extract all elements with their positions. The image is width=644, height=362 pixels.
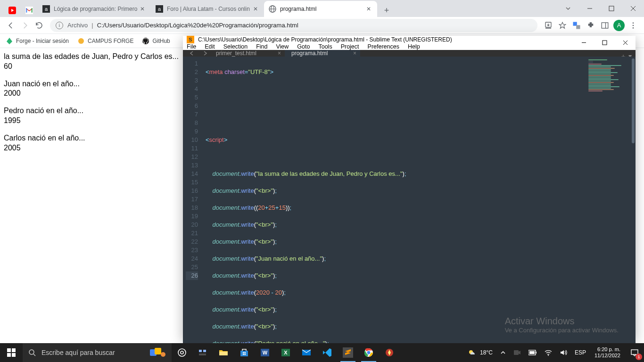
store-icon[interactable] — [234, 343, 255, 362]
sublime-title-text: C:\Users\Usuario\Desktop\Lógica de Progr… — [198, 36, 452, 43]
tray-clock[interactable]: 6:20 p. m. 11/12/2022 — [590, 345, 625, 361]
menu-tools[interactable]: Tools — [318, 43, 332, 50]
bookmark-github[interactable]: GitHub — [142, 37, 170, 45]
extensions-icon[interactable] — [584, 18, 598, 33]
code-area[interactable]: <meta charset="UTF-8"> <script> document… — [203, 57, 636, 362]
forge-icon — [6, 37, 13, 45]
tab-close-icon[interactable]: ✕ — [365, 5, 372, 13]
close-icon[interactable] — [622, 1, 644, 16]
back-button[interactable] — [4, 18, 18, 33]
menu-selection[interactable]: Selection — [223, 43, 248, 50]
sublime-window-controls — [573, 36, 636, 49]
svg-text:X: X — [284, 350, 288, 355]
tab-alura-2[interactable]: a Foro | Alura Latam - Cursos onlin ✕ — [151, 1, 264, 17]
weather-widget[interactable]: 18°C — [464, 343, 496, 362]
bookmark-campus[interactable]: CAMPUS FORGE — [77, 37, 133, 45]
tray-wifi-icon[interactable] — [541, 343, 556, 362]
tray-language[interactable]: ESP — [571, 343, 590, 362]
chrome-window: a Lógica de programación: Primero ✕ a Fo… — [0, 0, 644, 34]
tab-nav-fwd[interactable] — [201, 50, 209, 57]
reload-button[interactable] — [32, 18, 46, 33]
tray-chevron[interactable] — [496, 343, 510, 362]
tab-close-icon[interactable]: ✕ — [139, 5, 146, 13]
weather-icon — [468, 348, 477, 357]
tab-youtube[interactable] — [4, 4, 21, 17]
svg-point-16 — [78, 38, 84, 44]
tab-label: Lógica de programación: Primero — [54, 6, 139, 12]
start-button[interactable] — [0, 343, 23, 362]
translate-icon[interactable] — [570, 18, 584, 33]
tab-close-icon[interactable]: ✕ — [252, 5, 259, 13]
bookmark-forge[interactable]: Forge - Iniciar sesión — [6, 37, 69, 45]
tray-battery-icon[interactable] — [525, 343, 541, 362]
info-icon[interactable]: i — [56, 22, 63, 29]
menu-help[interactable]: Help — [408, 43, 420, 50]
profile-avatar[interactable]: A — [612, 18, 626, 33]
menu-edit[interactable]: Edit — [205, 43, 215, 50]
address-bar[interactable]: i Archivo | C:/Users/Usuario/Desktop/Lóg… — [50, 19, 537, 32]
menu-icon[interactable] — [626, 18, 640, 33]
tray-meet-icon[interactable] — [510, 343, 525, 362]
tray-notifications[interactable]: 1 — [625, 343, 644, 362]
maximize-icon[interactable] — [601, 1, 622, 16]
chrome-taskbar-icon[interactable] — [358, 343, 379, 362]
alura-icon: a — [42, 5, 50, 13]
sublime-tab-programa[interactable]: programa.html× — [285, 50, 360, 57]
file-explorer-icon[interactable] — [213, 343, 234, 362]
file-label: Archivo — [67, 22, 88, 29]
taskbar-search[interactable]: Escribe aquí para buscar — [23, 343, 172, 362]
new-tab-button[interactable]: + — [380, 4, 393, 17]
taskbar-app[interactable] — [192, 343, 213, 362]
tab-nav-back[interactable] — [183, 50, 201, 57]
scrollbar[interactable] — [631, 57, 636, 362]
svg-text:a: a — [45, 6, 48, 12]
minimap[interactable] — [588, 59, 631, 116]
sidepanel-icon[interactable] — [598, 18, 612, 33]
close-icon[interactable] — [615, 36, 636, 49]
sublime-editor[interactable]: 1234567891011121314151617181920212223242… — [183, 57, 636, 362]
maximize-icon[interactable] — [594, 36, 615, 49]
tab-label: programa.html — [291, 50, 328, 57]
menu-goto[interactable]: Goto — [297, 43, 310, 50]
word-icon[interactable]: W — [255, 343, 275, 362]
svg-point-14 — [633, 25, 634, 26]
install-icon[interactable] — [541, 18, 555, 33]
caret-down-icon[interactable] — [557, 1, 579, 16]
svg-rect-19 — [7, 348, 11, 352]
sublime-taskbar-icon[interactable] — [338, 343, 358, 362]
svg-rect-8 — [609, 6, 614, 11]
bookmark-label: Forge - Iniciar sesión — [16, 38, 69, 44]
forward-button[interactable] — [18, 18, 32, 33]
star-icon[interactable] — [555, 18, 570, 33]
tab-close-icon[interactable]: × — [278, 50, 281, 57]
vscode-icon[interactable] — [317, 343, 338, 362]
excel-icon[interactable]: X — [275, 343, 296, 362]
tab-gmail[interactable] — [21, 4, 38, 17]
sublime-titlebar[interactable]: S C:\Users\Usuario\Desktop\Lógica de Pro… — [183, 36, 636, 43]
menu-view[interactable]: View — [276, 43, 289, 50]
svg-point-13 — [633, 22, 634, 24]
task-view-icon[interactable] — [172, 343, 192, 362]
toolbar-right: A — [541, 18, 640, 33]
menu-find[interactable]: Find — [256, 43, 267, 50]
minimize-icon[interactable] — [579, 1, 601, 16]
menu-preferences[interactable]: Preferences — [368, 43, 399, 50]
menu-project[interactable]: Project — [341, 43, 359, 50]
bookmark-label: CAMPUS FORGE — [88, 38, 133, 44]
tab-programa[interactable]: programa.html ✕ — [264, 1, 377, 17]
search-widget-icon — [150, 348, 166, 357]
gmail-icon — [25, 7, 33, 14]
svg-rect-31 — [199, 354, 206, 355]
taskbar-app-generic[interactable] — [379, 343, 400, 362]
svg-rect-35 — [245, 352, 246, 354]
svg-rect-12 — [602, 23, 608, 28]
mail-icon[interactable] — [296, 343, 317, 362]
tab-close-icon[interactable]: × — [353, 50, 356, 57]
sublime-tab-primer[interactable]: primer_test.html× — [209, 50, 285, 57]
minimize-icon[interactable] — [573, 36, 594, 49]
menu-file[interactable]: File — [187, 43, 196, 50]
tab-label: Foro | Alura Latam - Cursos onlin — [167, 6, 252, 12]
tray-volume-icon[interactable] — [556, 343, 571, 362]
sublime-tabs: primer_test.html× programa.html× ＋ ▾ — [183, 50, 636, 57]
tab-alura-1[interactable]: a Lógica de programación: Primero ✕ — [38, 1, 151, 17]
